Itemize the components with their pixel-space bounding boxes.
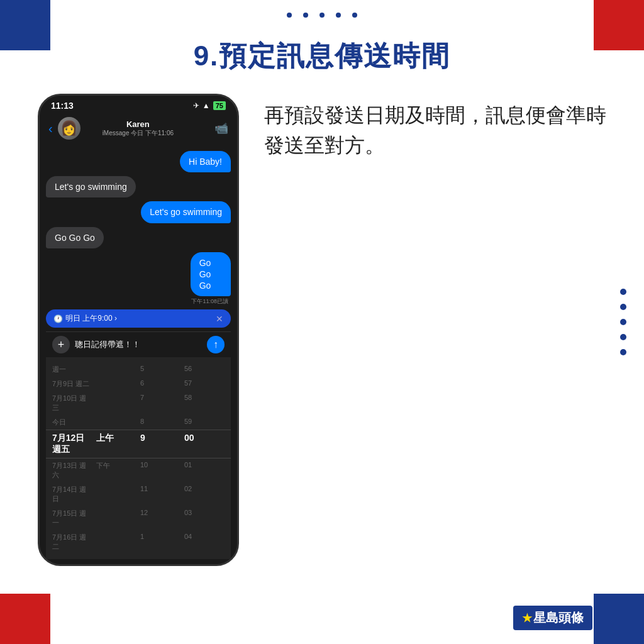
picker-item: 9	[140, 431, 180, 457]
video-call-icon[interactable]: 📹	[214, 121, 228, 135]
picker-item: 7月13日 週六	[52, 460, 92, 481]
scheduled-close-button[interactable]: ✕	[216, 314, 223, 324]
scheduled-label: 明日 上午9:00 ›	[65, 313, 117, 324]
send-button[interactable]: ↑	[207, 336, 225, 353]
side-dot-4	[620, 334, 626, 340]
picker-item: 1	[140, 531, 180, 553]
picker-rows: 週一5567月9日 週二6577月10日 週三758今日8597月12日 週五上…	[46, 362, 231, 554]
side-dot-1	[620, 289, 626, 295]
picker-item: 04	[184, 531, 225, 553]
top-dots	[287, 13, 357, 18]
bubble-sent-2: Let's go swimming	[141, 201, 231, 223]
logo-text: 星島頭條	[533, 609, 584, 626]
picker-row: 7月9日 週二657	[46, 377, 231, 391]
picker-item: 7月15日 週一	[52, 508, 92, 529]
side-dot-5	[620, 349, 626, 355]
message-hi-baby: Hi Baby!	[46, 151, 231, 172]
status-time: 11:13	[51, 101, 74, 111]
picker-item: 7月10日 週三	[52, 392, 92, 414]
picker-item	[96, 364, 136, 375]
bubble-sent-3: Go Go Go	[191, 252, 231, 297]
picker-item: 6	[140, 378, 180, 390]
airplane-icon: ✈	[193, 101, 199, 110]
picker-row: 7月16日 週二104	[46, 530, 231, 554]
scheduled-text: 🕐 明日 上午9:00 ›	[53, 313, 117, 324]
phone-mockup: 11:13 ✈ ▲ 75 ‹ 👩 Karen iMessage 今日 下午11:…	[38, 94, 239, 566]
picker-item: 01	[184, 460, 225, 481]
chat-header: ‹ 👩 Karen iMessage 今日 下午11:06 📹	[40, 113, 237, 146]
picker-item: 7	[140, 392, 180, 414]
picker-item: 上午	[96, 431, 136, 457]
picker-row: 今日859	[46, 415, 231, 430]
picker-item: 03	[184, 508, 225, 529]
chat-body: Hi Baby! Let's go swimming Let's go swim…	[40, 146, 237, 564]
message-lets-go-1: Let's go swimming	[46, 176, 231, 197]
picker-row: 7月15日 週一1203	[46, 506, 231, 530]
picker-item: 8	[140, 416, 180, 428]
picker-item	[96, 378, 136, 390]
scheduled-bar[interactable]: 🕐 明日 上午9:00 › ✕	[46, 309, 231, 328]
add-button[interactable]: +	[52, 336, 70, 353]
message-go-go-received: Go Go Go	[46, 227, 231, 248]
picker-item: 7月9日 週二	[52, 378, 92, 390]
back-button[interactable]: ‹	[48, 121, 53, 136]
picker-item: 7月14日 週日	[52, 484, 92, 505]
side-dot-3	[620, 319, 626, 325]
picker-item: 11	[140, 484, 180, 505]
bubble-received-1: Let's go swimming	[46, 176, 136, 197]
clock-icon: 🕐	[53, 314, 63, 323]
picker-item: 02	[184, 484, 225, 505]
bubble-sent-1: Hi Baby!	[180, 151, 231, 172]
message-read-receipt: 下午11:08已讀	[191, 297, 228, 306]
picker-item: 7月12日 週五	[52, 431, 92, 457]
picker-item: 週一	[52, 364, 92, 375]
message-go-go-sent: Go Go Go 下午11:08已讀	[46, 252, 231, 306]
contact-sub: iMessage 今日 下午11:06	[103, 129, 174, 138]
picker-item: 5	[140, 364, 180, 375]
wifi-icon: ▲	[203, 101, 210, 110]
picker-row: 7月10日 週三758	[46, 391, 231, 415]
battery-icon: 75	[213, 101, 226, 110]
picker-item	[96, 484, 136, 505]
contact-info: Karen iMessage 今日 下午11:06	[62, 119, 214, 138]
side-dots	[620, 289, 626, 355]
message-input[interactable]: 聰日記得帶遮！！	[75, 339, 202, 350]
main-content: 9.預定訊息傳送時間 11:13 ✈ ▲ 75 ‹ 👩 Karen	[38, 38, 606, 606]
input-bar: + 聰日記得帶遮！！ ↑	[46, 331, 231, 357]
picker-item	[96, 508, 136, 529]
picker-item: 59	[184, 416, 225, 428]
picker-item: 58	[184, 392, 225, 414]
logo-star: ★	[522, 611, 532, 625]
picker-row: 週一556	[46, 362, 231, 377]
picker-item: 00	[184, 431, 225, 457]
status-icons: ✈ ▲ 75	[193, 101, 226, 110]
side-dot-2	[620, 304, 626, 310]
picker-item	[96, 416, 136, 428]
dot-1	[287, 13, 292, 18]
date-time-picker[interactable]: 週一5567月9日 週二6577月10日 週三758今日8597月12日 週五上…	[46, 357, 231, 559]
logo: ★ 星島頭條	[512, 604, 594, 631]
body-row: 11:13 ✈ ▲ 75 ‹ 👩 Karen iMessage 今日 下午11:…	[38, 94, 606, 566]
picker-item: 今日	[52, 416, 92, 428]
status-bar: 11:13 ✈ ▲ 75	[40, 96, 237, 113]
description-text: 再預設發送日期及時間，訊息便會準時發送至對方。	[264, 94, 606, 160]
page-title: 9.預定訊息傳送時間	[194, 38, 451, 75]
picker-item: 7月16日 週二	[52, 531, 92, 553]
bubble-received-2: Go Go Go	[46, 227, 104, 248]
picker-row: 7月12日 週五上午900	[46, 430, 231, 458]
message-lets-go-sent: Let's go swimming	[46, 201, 231, 223]
picker-item: 57	[184, 378, 225, 390]
picker-row: 7月14日 週日1102	[46, 482, 231, 506]
picker-item	[96, 531, 136, 553]
picker-row: 7月13日 週六下午1001	[46, 458, 231, 482]
picker-item: 下午	[96, 460, 136, 481]
picker-item: 12	[140, 508, 180, 529]
dot-4	[336, 13, 341, 18]
picker-item: 56	[184, 364, 225, 375]
dot-3	[319, 13, 325, 18]
dot-5	[352, 13, 357, 18]
picker-item	[96, 392, 136, 414]
contact-name: Karen	[126, 119, 150, 129]
dot-2	[303, 13, 308, 18]
picker-item: 10	[140, 460, 180, 481]
